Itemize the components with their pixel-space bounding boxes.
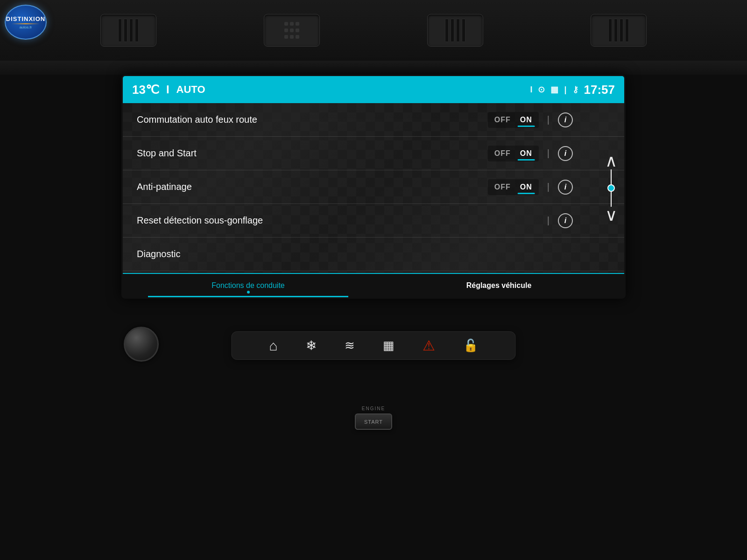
setting-row-diagnostic[interactable]: Diagnostic bbox=[123, 238, 624, 271]
divider-stop-start: | bbox=[547, 148, 550, 159]
mid-separator bbox=[0, 61, 747, 75]
ac-mode-display: AUTO bbox=[176, 84, 205, 96]
tab-reglages-label: Réglages véhicule bbox=[466, 281, 532, 290]
media-icon: ▦ bbox=[550, 84, 558, 95]
header-left: 13℃ I AUTO bbox=[132, 83, 205, 97]
screen-content: Commutation auto feux route OFF ON | i S… bbox=[123, 103, 624, 273]
toggle-off-commutation[interactable]: OFF bbox=[490, 114, 515, 126]
screen-header: 13℃ I AUTO I ⊙ ▦ | ⚷ 17:57 bbox=[123, 76, 624, 103]
info-button-anti-patinage[interactable]: i bbox=[558, 180, 573, 195]
setting-controls-reset-gonflage: | i bbox=[547, 213, 573, 228]
screen-tabs: Fonctions de conduite Réglages véhicule bbox=[123, 273, 624, 297]
setting-row-reset-gonflage[interactable]: Reset détection sous-gonflage | i bbox=[123, 204, 624, 238]
scroll-arrows: ∧ ∨ bbox=[605, 153, 617, 224]
info-button-stop-start[interactable]: i bbox=[558, 146, 573, 161]
toggle-anti-patinage[interactable]: OFF ON bbox=[488, 179, 539, 195]
toggle-commutation[interactable]: OFF ON bbox=[488, 112, 539, 128]
tab-active-dot bbox=[247, 291, 250, 294]
ac-fan-button[interactable]: ❄ bbox=[306, 338, 317, 353]
setting-controls-commutation: OFF ON | i bbox=[488, 112, 573, 128]
scroll-up-arrow[interactable]: ∧ bbox=[605, 153, 617, 169]
lock-icon: 🔓 bbox=[463, 338, 478, 353]
home-button[interactable]: ⌂ bbox=[269, 338, 277, 354]
logo-line bbox=[12, 23, 40, 24]
setting-label-diagnostic: Diagnostic bbox=[137, 249, 610, 259]
engine-line2: START bbox=[364, 419, 383, 425]
toggle-off-anti-patinage[interactable]: OFF bbox=[490, 181, 515, 193]
settings-list: Commutation auto feux route OFF ON | i S… bbox=[123, 103, 624, 271]
vent-left bbox=[100, 14, 156, 47]
setting-row-anti-patinage[interactable]: Anti-patinage OFF ON | i bbox=[123, 170, 624, 204]
engine-start-button[interactable]: START bbox=[355, 413, 392, 430]
separator-icon: I bbox=[530, 85, 532, 95]
tab-fonctions-label: Fonctions de conduite bbox=[211, 281, 285, 290]
divider-commutation: | bbox=[547, 114, 550, 125]
scroll-down-arrow[interactable]: ∨ bbox=[605, 207, 617, 224]
toggle-off-stop-start[interactable]: OFF bbox=[490, 147, 515, 160]
clock-display: 17:57 bbox=[584, 83, 615, 97]
vent-right bbox=[591, 14, 647, 47]
separator2-icon: | bbox=[564, 85, 566, 95]
tab-reglages-vehicule[interactable]: Réglages véhicule bbox=[374, 274, 624, 297]
infotainment-screen: 13℃ I AUTO I ⊙ ▦ | ⚷ 17:57 Commutation a… bbox=[121, 75, 626, 299]
hazard-icon: ⚠ bbox=[423, 337, 435, 354]
setting-controls-stop-start: OFF ON | i bbox=[488, 146, 573, 161]
tab-fonctions-conduite[interactable]: Fonctions de conduite bbox=[123, 274, 374, 297]
fan-indicator: I bbox=[166, 83, 169, 96]
scroll-line bbox=[611, 169, 612, 207]
grid-icon: ▦ bbox=[383, 338, 395, 353]
ac-fan-icon: ❄ bbox=[306, 338, 317, 353]
distinxion-logo: DISTINXION autos.fr bbox=[5, 5, 47, 40]
info-button-reset-gonflage[interactable]: i bbox=[558, 213, 573, 228]
vent-center-left bbox=[264, 14, 320, 47]
setting-label-stop-start: Stop and Start bbox=[137, 148, 488, 159]
physical-buttons-row: ⌂ ❄ ≋ ▦ ⚠ 🔓 bbox=[231, 331, 515, 360]
info-button-commutation[interactable]: i bbox=[558, 112, 573, 127]
key-icon: ⚷ bbox=[572, 84, 578, 95]
setting-label-anti-patinage: Anti-patinage bbox=[137, 182, 488, 192]
volume-knob-area bbox=[124, 327, 159, 362]
setting-controls-anti-patinage: OFF ON | i bbox=[488, 179, 573, 195]
setting-row-commutation[interactable]: Commutation auto feux route OFF ON | i bbox=[123, 103, 624, 137]
top-vents-area bbox=[0, 0, 747, 61]
location-icon: ⊙ bbox=[538, 84, 545, 95]
toggle-on-commutation[interactable]: ON bbox=[515, 114, 537, 126]
header-right: I ⊙ ▦ | ⚷ 17:57 bbox=[530, 83, 615, 97]
divider-anti-patinage: | bbox=[547, 182, 550, 192]
toggle-on-stop-start[interactable]: ON bbox=[515, 147, 537, 160]
hazard-button[interactable]: ⚠ bbox=[423, 337, 435, 354]
vent-center-right bbox=[427, 14, 483, 47]
engine-line1: ENGINE bbox=[355, 406, 392, 411]
volume-knob[interactable] bbox=[124, 327, 159, 362]
toggle-on-anti-patinage[interactable]: ON bbox=[515, 181, 537, 193]
heat-icon: ≋ bbox=[345, 338, 355, 353]
divider-reset-gonflage: | bbox=[547, 215, 550, 226]
setting-label-reset-gonflage: Reset détection sous-gonflage bbox=[137, 215, 547, 226]
logo-text-main: DISTINXION bbox=[6, 15, 45, 22]
setting-label-commutation: Commutation auto feux route bbox=[137, 114, 488, 125]
toggle-stop-start[interactable]: OFF ON bbox=[488, 146, 539, 161]
engine-start-area: ENGINE START bbox=[355, 406, 392, 430]
temperature-display: 13℃ bbox=[132, 83, 159, 97]
lock-button[interactable]: 🔓 bbox=[463, 338, 478, 353]
grid-button[interactable]: ▦ bbox=[383, 338, 395, 353]
home-icon: ⌂ bbox=[269, 338, 277, 354]
heat-button[interactable]: ≋ bbox=[345, 338, 355, 353]
logo-text-sub: autos.fr bbox=[20, 25, 32, 29]
setting-row-stop-start[interactable]: Stop and Start OFF ON | i bbox=[123, 137, 624, 170]
